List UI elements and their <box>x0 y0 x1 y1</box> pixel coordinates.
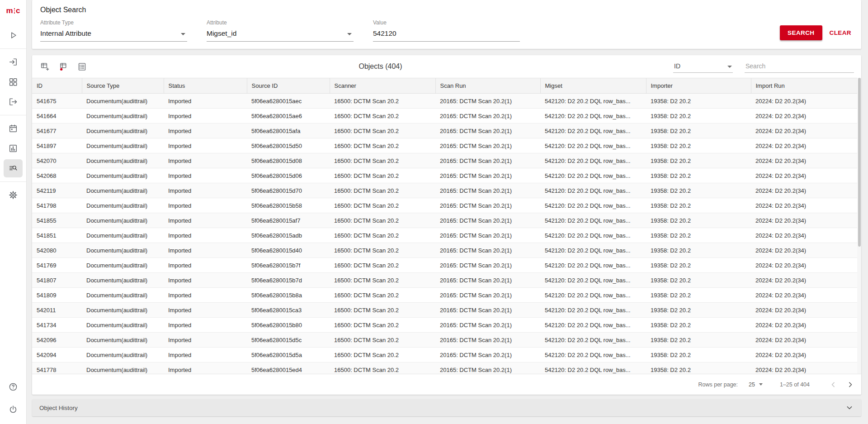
table-row[interactable]: 542094Documentum(audittrail)Imported5f06… <box>32 348 861 362</box>
sidebar-item-scheduler[interactable] <box>4 119 23 138</box>
table-row[interactable]: 542070Documentum(audittrail)Imported5f06… <box>32 153 861 168</box>
calendar-icon <box>8 124 18 133</box>
table-cell: 542120: D2 20.2 DQL row_bas... <box>540 333 646 348</box>
column-header[interactable]: Importer <box>646 78 751 94</box>
value-field-wrap: Value <box>373 19 520 42</box>
table-row[interactable]: 542119Documentum(audittrail)Imported5f06… <box>32 183 861 198</box>
rows-per-page-label: Rows per page: <box>698 381 738 388</box>
update-migset-button[interactable] <box>58 61 69 72</box>
column-header[interactable]: Import Run <box>751 78 861 94</box>
table-cell: 19358: D2 20.2 <box>646 109 751 124</box>
page-title: Object Search <box>40 6 853 14</box>
objects-panel: Objects (404) ID IDSource Typ <box>32 55 861 395</box>
main-content: Object Search Attribute Type Internal At… <box>27 0 868 424</box>
search-button[interactable]: SEARCH <box>780 25 822 40</box>
table-cell: 16500: DCTM Scan 20.2 <box>330 362 435 374</box>
column-header[interactable]: Source ID <box>247 78 330 94</box>
sidebar-item-export[interactable] <box>4 93 23 111</box>
table-cell: 19358: D2 20.2 <box>646 183 751 198</box>
table-cell: 542120: D2 20.2 DQL row_bas... <box>540 168 646 183</box>
table-row[interactable]: 541677Documentum(audittrail)Imported5f06… <box>32 124 861 138</box>
table-row[interactable]: 541769Documentum(audittrail)Imported5f06… <box>32 258 861 273</box>
sidebar-item-run[interactable] <box>4 26 23 44</box>
table-cell: Imported <box>164 362 247 374</box>
column-filter-select[interactable]: ID <box>673 61 733 73</box>
table-row[interactable]: 541855Documentum(audittrail)Imported5f06… <box>32 213 861 228</box>
clear-button[interactable]: CLEAR <box>828 25 854 40</box>
table-row[interactable]: 541675Documentum(audittrail)Imported5f06… <box>32 94 861 109</box>
table-cell: Imported <box>164 348 247 362</box>
table-cell: 5f06ea6280015aec <box>247 94 330 109</box>
sidebar-item-reports[interactable] <box>4 139 23 157</box>
table-cell: Documentum(audittrail) <box>82 183 164 198</box>
table-cell: 20224: D2 20.2(34) <box>751 138 861 153</box>
table-cell: 20165: DCTM Scan 20.2(1) <box>435 318 540 333</box>
sidebar-item-import[interactable] <box>4 53 23 71</box>
object-details-button[interactable] <box>76 61 88 72</box>
table-cell: 20224: D2 20.2(34) <box>751 288 861 303</box>
add-to-migset-button[interactable] <box>39 61 51 72</box>
search-list-icon <box>8 163 18 173</box>
sidebar-item-settings[interactable] <box>4 186 23 204</box>
table-cell: Imported <box>164 228 247 243</box>
objects-search-input[interactable] <box>745 61 854 73</box>
column-header[interactable]: Migset <box>540 78 646 94</box>
table-cell: Documentum(audittrail) <box>82 288 164 303</box>
table-cell: Documentum(audittrail) <box>82 258 164 273</box>
sidebar-item-help[interactable] <box>4 378 23 396</box>
attribute-type-select[interactable]: Attribute Type Internal Attribute <box>40 19 187 42</box>
table-row[interactable]: 542011Documentum(audittrail)Imported5f06… <box>32 303 861 318</box>
table-cell: 20165: DCTM Scan 20.2(1) <box>435 183 540 198</box>
sidebar-item-dashboard[interactable] <box>4 73 23 91</box>
sidebar: m c <box>0 0 27 424</box>
table-cell: Documentum(audittrail) <box>82 153 164 168</box>
table-cell: Imported <box>164 288 247 303</box>
table-cell: 542119 <box>32 183 82 198</box>
table-cell: 20224: D2 20.2(34) <box>751 348 861 362</box>
chevron-down-icon <box>759 383 763 386</box>
table-row[interactable]: 541807Documentum(audittrail)Imported5f06… <box>32 273 861 288</box>
table-cell: 542094 <box>32 348 82 362</box>
table-cell: 20165: DCTM Scan 20.2(1) <box>435 228 540 243</box>
gear-icon <box>8 190 18 200</box>
scrollbar-thumb[interactable] <box>858 78 861 247</box>
column-header[interactable]: Source Type <box>82 78 164 94</box>
sidebar-item-object-search[interactable] <box>4 159 23 177</box>
sidebar-item-logout[interactable] <box>4 400 23 419</box>
value-input[interactable] <box>373 29 520 38</box>
previous-page-button[interactable] <box>827 378 840 391</box>
scrollbar-track[interactable] <box>857 78 861 374</box>
object-history-panel[interactable]: Object History <box>32 399 861 416</box>
table-row[interactable]: 542068Documentum(audittrail)Imported5f06… <box>32 168 861 183</box>
table-cell: 541851 <box>32 228 82 243</box>
table-row[interactable]: 541778Documentum(audittrail)Imported5f06… <box>32 362 861 374</box>
table-cell: Documentum(audittrail) <box>82 138 164 153</box>
column-header[interactable]: Scan Run <box>435 78 540 94</box>
table-row[interactable]: 541798Documentum(audittrail)Imported5f06… <box>32 198 861 213</box>
table-cell: 20165: DCTM Scan 20.2(1) <box>435 124 540 138</box>
table-row[interactable]: 542080Documentum(audittrail)Imported5f06… <box>32 243 861 258</box>
attribute-select[interactable]: Attribute Migset_id <box>207 19 354 42</box>
table-row[interactable]: 541851Documentum(audittrail)Imported5f06… <box>32 228 861 243</box>
chevron-down-icon <box>727 66 732 68</box>
table-cell: 20224: D2 20.2(34) <box>751 213 861 228</box>
table-row[interactable]: 541664Documentum(audittrail)Imported5f06… <box>32 109 861 124</box>
column-header[interactable]: Status <box>164 78 247 94</box>
table-row[interactable]: 541734Documentum(audittrail)Imported5f06… <box>32 318 861 333</box>
chevron-down-icon[interactable] <box>845 403 854 412</box>
next-page-button[interactable] <box>844 378 857 391</box>
table-add-icon <box>40 62 50 71</box>
rows-per-page-select[interactable]: 25 <box>749 381 763 388</box>
table-row[interactable]: 541809Documentum(audittrail)Imported5f06… <box>32 288 861 303</box>
column-header[interactable]: ID <box>32 78 82 94</box>
table-cell: Imported <box>164 213 247 228</box>
column-header[interactable]: Scanner <box>330 78 435 94</box>
sidebar-divider <box>0 181 26 182</box>
table-cell: 541677 <box>32 124 82 138</box>
table-row[interactable]: 542096Documentum(audittrail)Imported5f06… <box>32 333 861 348</box>
table-cell: 20224: D2 20.2(34) <box>751 94 861 109</box>
table-row[interactable]: 541897Documentum(audittrail)Imported5f06… <box>32 138 861 153</box>
table-cell: 20224: D2 20.2(34) <box>751 183 861 198</box>
table-cell: 19358: D2 20.2 <box>646 213 751 228</box>
table-cell: Documentum(audittrail) <box>82 94 164 109</box>
